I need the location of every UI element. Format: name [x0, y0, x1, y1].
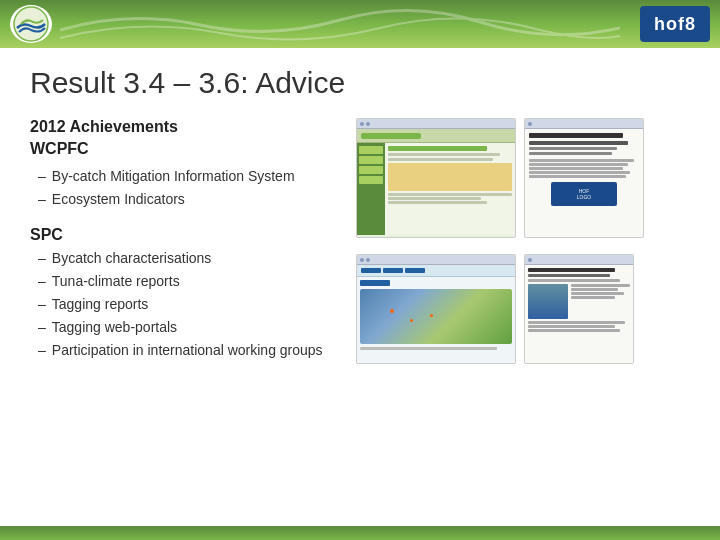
content-layout: 2012 Achievements WCPFC By-catch Mitigat…: [30, 118, 690, 373]
list-item-text: Tagging web-portals: [52, 317, 177, 338]
screenshot-top-row: HOFLOGO: [356, 118, 690, 238]
list-item: Tagging reports: [38, 294, 340, 315]
list-item-text: Tagging reports: [52, 294, 149, 315]
top-bar: hof8: [0, 0, 720, 48]
list-item-text: Bycatch characterisations: [52, 248, 212, 269]
section1-org: WCPFC: [30, 140, 340, 158]
list-item: Participation in international working g…: [38, 340, 340, 361]
bottom-bar: [0, 526, 720, 540]
screenshot-2: HOFLOGO: [524, 118, 644, 238]
list-item-text: Ecosystem Indicators: [52, 189, 185, 210]
list-item: By-catch Mitigation Information System: [38, 166, 340, 187]
list-item-text: Participation in international working g…: [52, 340, 323, 361]
screenshot-bottom-row: [356, 254, 690, 364]
section-spc: SPC Bycatch characterisations Tuna-clima…: [30, 226, 340, 361]
top-bar-decoration: [60, 0, 620, 48]
spc-list: Bycatch characterisations Tuna-climate r…: [30, 248, 340, 361]
section2-org: SPC: [30, 226, 340, 244]
section1-year: 2012 Achievements: [30, 118, 340, 136]
wcpfc-list: By-catch Mitigation Information System E…: [30, 166, 340, 210]
logo-right: hof8: [640, 6, 710, 42]
list-item-text: By-catch Mitigation Information System: [52, 166, 295, 187]
screenshot-3: [356, 254, 516, 364]
logo-left: [10, 5, 52, 43]
svg-point-0: [14, 7, 48, 41]
list-item: Ecosystem Indicators: [38, 189, 340, 210]
page-title: Result 3.4 – 3.6: Advice: [30, 66, 690, 100]
list-item: Bycatch characterisations: [38, 248, 340, 269]
screenshot-1: [356, 118, 516, 238]
main-content: Result 3.4 – 3.6: Advice 2012 Achievemen…: [0, 48, 720, 393]
screenshot-4: [524, 254, 634, 364]
list-item: Tagging web-portals: [38, 317, 340, 338]
list-item-text: Tuna-climate reports: [52, 271, 180, 292]
left-column: 2012 Achievements WCPFC By-catch Mitigat…: [30, 118, 340, 373]
right-column: HOFLOGO: [356, 118, 690, 373]
list-item: Tuna-climate reports: [38, 271, 340, 292]
section-wcpfc: 2012 Achievements WCPFC By-catch Mitigat…: [30, 118, 340, 210]
